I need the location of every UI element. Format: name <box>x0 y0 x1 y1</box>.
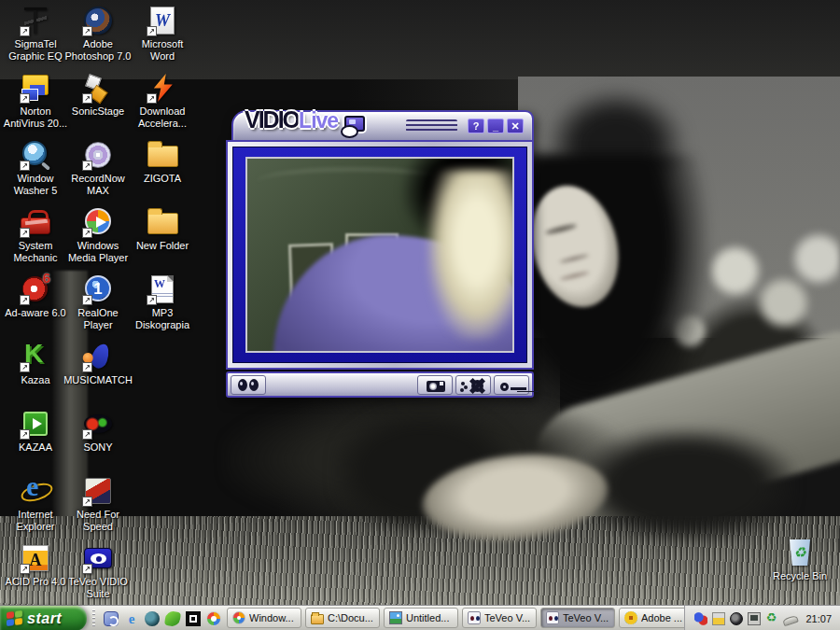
lightning-icon <box>147 73 177 103</box>
shortcut-arrow-icon <box>20 429 30 440</box>
brand-suffix-text: Live <box>299 108 338 133</box>
shortcut-arrow-icon <box>20 93 30 104</box>
desktop-icon-download-accelerator[interactable]: Download Accelera... <box>129 73 196 130</box>
desktop-icon-window-washer[interactable]: Window Washer 5 <box>2 140 69 197</box>
windows-flag-icon <box>7 610 22 626</box>
desktop-icon-recycle-bin[interactable]: Recycle Bin <box>765 538 834 582</box>
taskbar-clock[interactable]: 21:07 <box>805 613 832 624</box>
desktop-icon-microsoft-word[interactable]: Microsoft Word <box>129 6 196 63</box>
desktop-icon-teveo-vidio-suite[interactable]: TeVeo VIDIO Suite <box>64 543 132 600</box>
desktop-screen: SigmaTel Graphic EQ Adobe Photoshop 7.0 … <box>0 0 840 630</box>
desktop-icon-kazaa-lite[interactable]: KAZAA <box>2 409 69 454</box>
minimize-button[interactable]: _ <box>487 119 504 133</box>
norton-icon <box>21 73 50 103</box>
internet-explorer-icon <box>21 476 50 506</box>
sony-eye-icon <box>83 409 113 439</box>
desktop-icon-musicmatch[interactable]: MUSICMATCH <box>64 342 132 386</box>
folder-icon <box>147 207 177 237</box>
help-button[interactable]: ? <box>468 119 484 133</box>
flower-icon <box>624 611 637 624</box>
messenger-tray-icon[interactable] <box>694 612 707 625</box>
start-button[interactable]: start <box>0 606 87 630</box>
task-button-teveo-2-active[interactable]: TeVeo V... <box>540 608 615 628</box>
desktop-icon-adobe-photoshop[interactable]: Adobe Photoshop 7.0 <box>64 6 132 63</box>
windows-media-player-icon[interactable] <box>206 611 221 626</box>
desktop-icon-new-folder[interactable]: New Folder <box>129 207 196 252</box>
shortcut-arrow-icon <box>20 161 30 171</box>
document-icon <box>147 274 177 304</box>
video-person-face <box>427 170 514 339</box>
shortcut-arrow-icon <box>82 228 92 238</box>
desktop-icon-acid-pro[interactable]: ACID Pro 4.0 <box>2 543 69 588</box>
shortcut-arrow-icon <box>82 564 92 574</box>
realplayer-icon <box>83 274 113 304</box>
desktop-icon-sony[interactable]: SONY <box>64 409 132 454</box>
kazaa-play-icon <box>21 409 50 439</box>
task-button-untitled-image[interactable]: Untitled... <box>384 608 458 628</box>
task-button-teveo-1[interactable]: TeVeo V... <box>462 608 537 628</box>
desktop-icon-need-for-speed[interactable]: Need For Speed <box>64 476 132 533</box>
adaware-icon <box>21 274 50 304</box>
shortcut-arrow-icon <box>82 429 92 440</box>
sonicstage-icon <box>83 73 113 103</box>
system-tray: 21:07 <box>684 606 840 630</box>
camera-icon <box>427 381 445 392</box>
msn-explorer-icon[interactable] <box>104 611 119 626</box>
desktop-icon-windows-media-player[interactable]: Windows Media Player <box>64 207 132 264</box>
teveo-eyes-button[interactable] <box>231 375 266 395</box>
wallpaper-jacket-right <box>579 429 793 541</box>
access-key-button[interactable] <box>494 375 529 395</box>
toolbar-grip[interactable] <box>92 609 95 627</box>
green-media-app-icon[interactable] <box>164 609 181 626</box>
image-viewer-icon[interactable] <box>186 611 201 626</box>
washer-globe-icon <box>21 140 50 170</box>
desktop-icon-norton-antivirus[interactable]: Norton AntiVirus 20... <box>2 73 69 130</box>
shortcut-arrow-icon <box>20 26 30 36</box>
acid-icon <box>21 543 50 573</box>
desktop-icon-kazaa[interactable]: Kazaa <box>2 342 69 386</box>
media-player-icon <box>83 207 113 237</box>
image-icon <box>389 611 402 624</box>
kazaa-icon <box>21 342 50 371</box>
toolbox-icon <box>21 207 50 237</box>
phone-handset-tray-icon[interactable] <box>783 615 800 627</box>
task-button-windows-media[interactable]: Window... <box>227 608 301 628</box>
shortcut-arrow-icon <box>20 564 30 574</box>
quick-launch-bar: e » <box>90 606 234 630</box>
settings-button[interactable] <box>455 375 491 395</box>
shortcut-arrow-icon <box>20 362 30 372</box>
desktop-icon-zigota-folder[interactable]: ZIGOTA <box>129 140 196 185</box>
cd-disc-icon <box>83 140 113 170</box>
shortcut-arrow-icon <box>20 295 30 305</box>
snapshot-button[interactable] <box>417 375 453 395</box>
task-button-adobe[interactable]: Adobe ... <box>619 608 693 628</box>
desktop-icon-ad-aware[interactable]: Ad-aware 6.0 <box>2 274 69 319</box>
shortcut-arrow-icon <box>147 295 157 305</box>
video-bezel <box>232 147 527 363</box>
task-button-explorer[interactable]: C:\Docu... <box>305 608 380 628</box>
desktop-icon-sonicstage[interactable]: SonicStage <box>64 73 132 118</box>
desktop-icon-internet-explorer[interactable]: Internet Explorer <box>2 476 69 533</box>
shortcut-arrow-icon <box>82 362 92 372</box>
desktop-icon-realone-player[interactable]: RealOne Player <box>64 274 132 331</box>
ad-watch-tray-icon[interactable] <box>730 612 743 625</box>
display-monitor-tray-icon[interactable] <box>748 612 761 625</box>
desktop-icon-system-mechanic[interactable]: System Mechanic <box>2 207 69 264</box>
window-body <box>226 140 534 370</box>
photoshop-icon <box>83 6 113 35</box>
desktop-icon-sigmatel-graphic-eq[interactable]: SigmaTel Graphic EQ <box>2 6 69 63</box>
brand-text: VIDIO <box>245 106 299 133</box>
globe-browser-icon[interactable] <box>145 611 160 626</box>
desktop-icon-recordnow-max[interactable]: RecordNow MAX <box>64 140 132 197</box>
teveo-eyes-icon <box>238 379 247 391</box>
recycler-update-tray-icon[interactable] <box>765 612 778 625</box>
internet-explorer-icon[interactable]: e <box>124 611 139 626</box>
desktop-icon-mp3-diskograpia[interactable]: MP3 Diskograpia <box>129 274 196 331</box>
close-button[interactable]: ✕ <box>507 119 524 133</box>
media-card-tray-icon[interactable] <box>712 612 725 625</box>
teveo-eyes-icon <box>468 611 481 624</box>
musicmatch-icon <box>83 342 113 371</box>
recycle-bin-icon <box>785 538 815 567</box>
task-buttons: Window... C:\Docu... Untitled... TeVeo V… <box>227 608 693 628</box>
window-titlebar[interactable]: VIDIOLive ? _ ✕ <box>231 110 534 140</box>
